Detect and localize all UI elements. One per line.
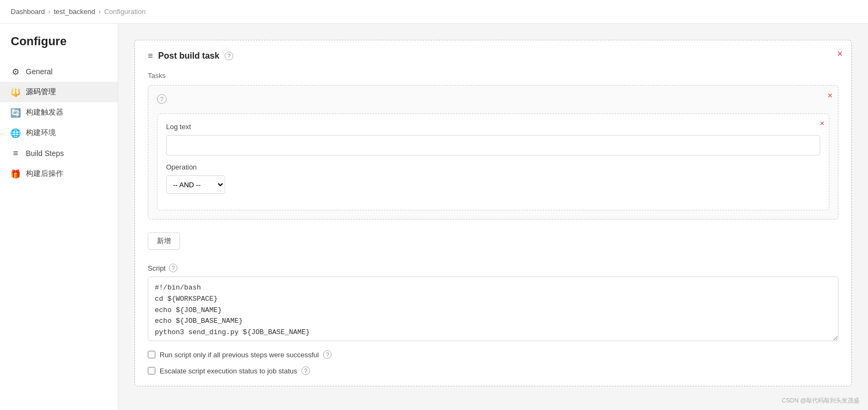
- layout: Configure ⚙ General 🔱 源码管理 🔄 构建触发器 🌐 构建环…: [0, 24, 868, 410]
- sidebar-item-post-build[interactable]: 🎁 构建后操作: [0, 164, 118, 184]
- breadcrumb-dashboard[interactable]: Dashboard: [11, 8, 45, 16]
- panel: ≡ Post build task ? × Tasks ? × × Log te…: [134, 40, 852, 386]
- inner-block: × Log text Operation -- AND --: [157, 114, 829, 210]
- breadcrumb-current: Configuration: [104, 8, 146, 16]
- tasks-label: Tasks: [148, 72, 838, 80]
- sidebar-item-label-build-steps: Build Steps: [26, 149, 64, 158]
- script-textarea[interactable]: [148, 277, 838, 341]
- sidebar-title: Configure: [0, 34, 118, 61]
- task-block: ? × × Log text Operation: [148, 85, 838, 220]
- task-block-close-button[interactable]: ×: [828, 91, 833, 101]
- hamburger-icon: ≡: [148, 51, 153, 61]
- operation-group: Operation -- AND -- -- OR --: [166, 163, 820, 194]
- gear-icon: ⚙: [11, 67, 20, 76]
- breadcrumb-project[interactable]: test_backend: [54, 8, 95, 16]
- panel-header: ≡ Post build task ?: [148, 51, 838, 63]
- list-icon: ≡: [11, 149, 20, 158]
- sidebar-item-label-trigger: 构建触发器: [26, 108, 63, 117]
- add-task-button[interactable]: 新增: [148, 232, 180, 250]
- sidebar-item-trigger[interactable]: 🔄 构建触发器: [0, 102, 118, 123]
- checkbox-row-1: Run script only if all previous steps we…: [148, 350, 838, 359]
- panel-help-icon[interactable]: ?: [225, 52, 233, 60]
- log-text-label: Log text: [166, 123, 820, 131]
- sidebar-item-label-env: 构建环境: [26, 128, 56, 138]
- task-help-icon[interactable]: ?: [157, 94, 167, 104]
- gift-icon: 🎁: [11, 169, 20, 179]
- refresh-icon: 🔄: [11, 108, 20, 117]
- checkbox-row-2: Escalate script execution status to job …: [148, 366, 838, 375]
- sidebar-item-env[interactable]: 🌐 构建环境: [0, 123, 118, 143]
- panel-close-button[interactable]: ×: [837, 49, 843, 59]
- sidebar-item-source[interactable]: 🔱 源码管理: [0, 82, 118, 102]
- inner-block-close-button[interactable]: ×: [820, 118, 824, 128]
- main-content: ≡ Post build task ? × Tasks ? × × Log te…: [118, 24, 868, 410]
- run-script-help-icon[interactable]: ?: [323, 350, 332, 359]
- globe-icon: 🌐: [11, 128, 20, 138]
- panel-title: Post build task: [158, 51, 219, 61]
- sidebar-item-label-general: General: [26, 67, 53, 76]
- operation-select[interactable]: -- AND -- -- OR --: [166, 175, 225, 194]
- sidebar-item-general[interactable]: ⚙ General: [0, 61, 118, 82]
- breadcrumb-sep2: ›: [98, 8, 101, 16]
- sidebar-item-label-source: 源码管理: [26, 87, 56, 97]
- log-text-input[interactable]: [166, 135, 820, 155]
- breadcrumb: Dashboard › test_backend › Configuration: [0, 0, 868, 24]
- script-help-icon[interactable]: ?: [169, 264, 177, 272]
- run-script-label: Run script only if all previous steps we…: [160, 351, 319, 359]
- sidebar-item-label-post-build: 构建后操作: [26, 169, 63, 179]
- escalate-label: Escalate script execution status to job …: [160, 367, 297, 375]
- breadcrumb-sep1: ›: [48, 8, 51, 16]
- run-script-checkbox[interactable]: [148, 351, 155, 358]
- escalate-checkbox[interactable]: [148, 367, 155, 374]
- fork-icon: 🔱: [11, 87, 20, 97]
- script-section: Script ?: [148, 264, 838, 343]
- sidebar-item-build-steps[interactable]: ≡ Build Steps: [0, 143, 118, 164]
- sidebar: Configure ⚙ General 🔱 源码管理 🔄 构建触发器 🌐 构建环…: [0, 24, 118, 410]
- escalate-help-icon[interactable]: ?: [302, 366, 310, 375]
- operation-label: Operation: [166, 163, 820, 171]
- watermark: CSDN @敲代码敲到头发茂盛: [782, 397, 859, 405]
- script-label: Script ?: [148, 264, 838, 272]
- log-text-group: Log text: [166, 123, 820, 155]
